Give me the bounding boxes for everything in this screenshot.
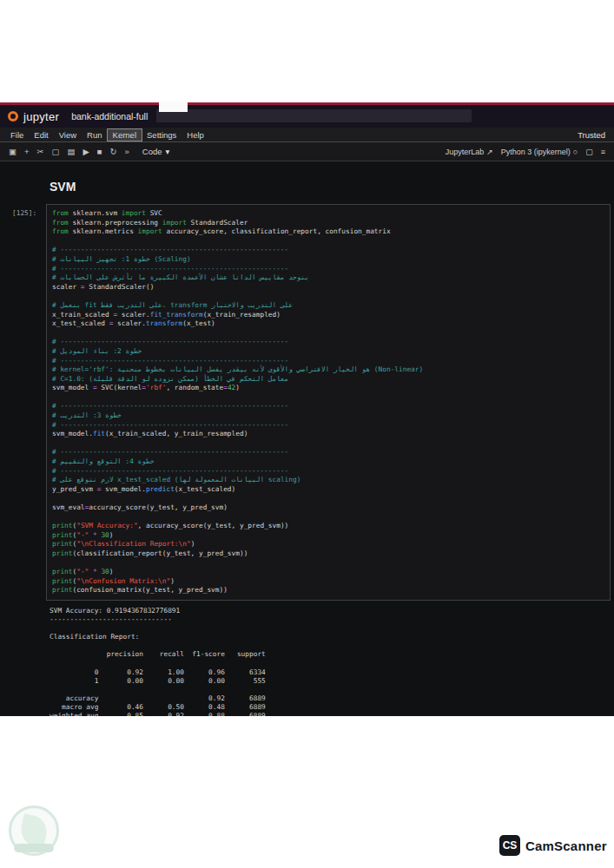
code-line: x_train_scaled = scaler.fit_transform(x_…	[52, 311, 604, 320]
hamburger-icon[interactable]: ≡	[601, 148, 605, 156]
code-line: x_test_scaled = scaler.transform(x_test)	[52, 319, 604, 329]
add-cell-icon[interactable]: +	[24, 148, 30, 156]
code-line	[52, 292, 604, 301]
code-line: svm_model.fit(x_train_scaled, y_train_re…	[52, 430, 604, 439]
run-cell-icon[interactable]: ▶	[83, 148, 89, 156]
save-icon[interactable]: ▣	[9, 148, 17, 156]
code-line	[52, 513, 604, 523]
code-line	[52, 237, 604, 247]
menu-help[interactable]: Help	[182, 129, 209, 141]
code-line: from sklearn.svm import SVC	[52, 209, 604, 219]
code-cell: [125]: from sklearn.svm import SVCfrom s…	[0, 204, 614, 601]
external-link-icon: ↗	[486, 148, 493, 156]
notebook-content: SVM [125]: from sklearn.svm import SVCfr…	[0, 162, 614, 716]
menu-edit[interactable]: Edit	[29, 129, 53, 141]
paste-cell-icon[interactable]: ▤	[68, 148, 76, 156]
code-line	[52, 439, 604, 449]
code-line: print(classification_report(y_test, y_pr…	[52, 549, 604, 559]
cell-type-value: Code	[142, 147, 162, 156]
kernel-indicator[interactable]: Python 3 (ipykernel) ○	[501, 148, 578, 156]
title-bar: jupyter bank-additional-full	[0, 105, 614, 128]
code-line: svm_model = SVC(kernel='rbf', random_sta…	[52, 384, 604, 393]
code-line: print("SVM Accuracy:", accuracy_score(y_…	[52, 522, 604, 531]
code-line: # --------------------------------------…	[52, 357, 604, 366]
code-line: # خطوة 4: التوقع والتقييم	[52, 457, 604, 467]
panel-icon[interactable]: ▢	[585, 148, 593, 156]
code-line: # --------------------------------------…	[52, 402, 604, 411]
code-line: # خطوة 2: بناء الموديل	[52, 347, 604, 357]
code-line: # C=1.0: معامل التحكم في الخطأ (ممكن نزو…	[52, 375, 604, 385]
code-line: # --------------------------------------…	[52, 246, 604, 255]
code-line: print("\nClassification Report:\n")	[52, 540, 604, 549]
code-line: scaler = StandardScaler()	[52, 283, 604, 293]
code-line: svm_eval=accuracy_score(y_test, y_pred_s…	[52, 503, 604, 513]
scan-artifact	[159, 102, 188, 112]
markdown-heading: SVM	[50, 180, 614, 194]
jupyter-brand: jupyter	[23, 110, 59, 123]
kernel-status-icon: ○	[573, 148, 578, 156]
execution-count: [125]:	[0, 204, 46, 217]
cut-cell-icon[interactable]: ✂	[37, 148, 44, 156]
code-line: # بنعمل fit على التدريب فقط، transform ع…	[52, 301, 604, 311]
code-line: from sklearn.metrics import accuracy_sco…	[52, 227, 604, 237]
code-line: y_pred_svm = svm_model.predict(x_test_sc…	[52, 485, 604, 495]
code-line: from sklearn.preprocessing import Standa…	[52, 219, 604, 228]
python-logo-icon	[595, 111, 606, 122]
output-area: SVM Accuracy: 0.9194367832776891 -------…	[50, 607, 614, 716]
jupyterlab-label: JupyterLab	[446, 148, 485, 156]
code-line: # kernel='rbf': هو الخيار الافتراضي والأ…	[52, 365, 604, 375]
code-line: # --------------------------------------…	[52, 338, 604, 347]
toolbar-icons: ▣+✂▢▤▶■↻»	[9, 148, 129, 156]
menu-bar: File Edit View Run Kernel Settings Help …	[0, 128, 614, 142]
code-line: print("-" * 30)	[52, 568, 604, 577]
jupyter-logo-icon	[8, 111, 18, 122]
restart-kernel-icon[interactable]: ↻	[110, 148, 117, 156]
menu-file[interactable]: File	[5, 129, 29, 141]
watermark-logo	[7, 806, 61, 863]
copy-cell-icon[interactable]: ▢	[52, 148, 60, 156]
code-line	[52, 494, 604, 503]
code-line: # --------------------------------------…	[52, 265, 604, 274]
stop-kernel-icon[interactable]: ■	[97, 148, 102, 156]
notebook-filename-tab[interactable]: bank-additional-full	[71, 111, 148, 122]
code-line: # خطوة 1: تجهيز البيانات (Scaling)	[52, 255, 604, 265]
camscanner-branding: CS CamScanner	[499, 835, 607, 856]
code-line: print("\nConfusion Matrix:\n")	[52, 577, 604, 587]
menu-view[interactable]: View	[54, 129, 82, 141]
code-line: # --------------------------------------…	[52, 467, 604, 477]
camscanner-logo-icon: CS	[499, 835, 520, 856]
code-line: # --------------------------------------…	[52, 421, 604, 431]
code-line	[52, 329, 604, 339]
code-line: # بنوحد مقاييس الداتا عشان الأعمدة الكبي…	[52, 273, 604, 283]
cell-type-dropdown[interactable]: Code ▾	[142, 147, 170, 156]
menu-run[interactable]: Run	[82, 129, 107, 141]
scan-glare	[156, 109, 472, 122]
kernel-name: Python 3 (ipykernel)	[501, 148, 571, 156]
restart-run-all-icon[interactable]: »	[125, 148, 129, 156]
code-line: # لازم نتوقع على x_test_scaled (البيانات…	[52, 476, 604, 485]
menu-kernel[interactable]: Kernel	[108, 129, 142, 141]
notebook-toolbar: ▣+✂▢▤▶■↻» Code ▾ JupyterLab ↗ Python 3 (…	[0, 142, 614, 161]
jupyter-window: jupyter bank-additional-full File Edit V…	[0, 102, 614, 716]
code-line	[52, 393, 604, 403]
code-editor[interactable]: from sklearn.svm import SVCfrom sklearn.…	[46, 204, 611, 601]
menu-settings[interactable]: Settings	[142, 129, 182, 141]
code-line: # --------------------------------------…	[52, 448, 604, 457]
open-in-jupyterlab-link[interactable]: JupyterLab ↗	[446, 148, 493, 156]
code-lines: from sklearn.svm import SVCfrom sklearn.…	[52, 209, 604, 595]
code-line: # خطوة 3: التدريب	[52, 411, 604, 421]
watermark-band	[14, 844, 54, 852]
code-line	[52, 559, 604, 569]
code-line: print(confusion_matrix(y_test, y_pred_sv…	[52, 586, 604, 595]
trusted-badge: Trusted	[578, 130, 609, 140]
chevron-down-icon: ▾	[166, 147, 170, 156]
camscanner-wordmark: CamScanner	[525, 838, 607, 853]
code-line: print("-" * 30)	[52, 531, 604, 541]
